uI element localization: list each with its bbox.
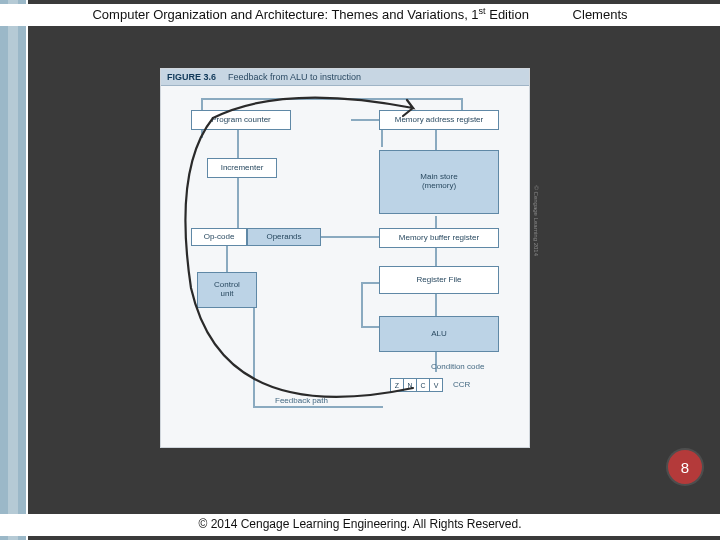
diagram-area: Program counter Memory address register … bbox=[161, 86, 529, 446]
box-operands: Operands bbox=[247, 228, 321, 246]
figure-number: FIGURE 3.6 bbox=[167, 72, 216, 82]
bus-line bbox=[361, 282, 381, 284]
box-memory-address-register: Memory address register bbox=[379, 110, 499, 130]
label-condition-code: Condition code bbox=[431, 362, 484, 371]
box-memory-buffer-register: Memory buffer register bbox=[379, 228, 499, 248]
bus-line bbox=[361, 282, 363, 326]
left-accent-stripe bbox=[0, 0, 28, 540]
edition-superscript: st bbox=[479, 6, 486, 16]
slide-header: Computer Organization and Architecture: … bbox=[0, 4, 720, 26]
author-name: Clements bbox=[573, 7, 628, 22]
ccr-flag-z: Z bbox=[390, 378, 404, 392]
ccr-flag-v: V bbox=[429, 378, 443, 392]
bus-line bbox=[237, 130, 239, 160]
figure-caption: Feedback from ALU to instruction bbox=[228, 72, 361, 82]
bus-line bbox=[435, 130, 437, 152]
bus-line bbox=[253, 406, 383, 408]
label-ccr: CCR bbox=[453, 380, 470, 389]
left-accent-stripe-inner bbox=[8, 0, 18, 540]
bus-line bbox=[435, 248, 437, 268]
ccr-flags: Z N C V bbox=[391, 378, 443, 392]
diagram-copyright: © Cengage Learning 2014 bbox=[533, 186, 539, 256]
bus-line bbox=[321, 236, 381, 238]
book-title-prefix: Computer Organization and Architecture: … bbox=[92, 7, 478, 22]
box-incrementer: Incrementer bbox=[207, 158, 277, 178]
page-number: 8 bbox=[681, 459, 689, 476]
book-title-suffix: Edition bbox=[486, 7, 529, 22]
bus-line bbox=[435, 294, 437, 318]
bus-line bbox=[237, 178, 239, 230]
box-alu: ALU bbox=[379, 316, 499, 352]
slide-footer: © 2014 Cengage Learning Engineering. All… bbox=[0, 514, 720, 536]
box-control-unit: Control unit bbox=[197, 272, 257, 308]
box-program-counter: Program counter bbox=[191, 110, 291, 130]
page-number-badge: 8 bbox=[668, 450, 702, 484]
ccr-flag-c: C bbox=[416, 378, 430, 392]
figure-container: FIGURE 3.6 Feedback from ALU to instruct… bbox=[160, 68, 530, 448]
figure-title-bar: FIGURE 3.6 Feedback from ALU to instruct… bbox=[161, 69, 529, 86]
box-op-code: Op-code bbox=[191, 228, 247, 246]
bus-line bbox=[226, 246, 228, 274]
footer-copyright: © 2014 Cengage Learning Engineering. All… bbox=[198, 517, 521, 531]
box-register-file: Register File bbox=[379, 266, 499, 294]
bus-line bbox=[351, 119, 381, 121]
box-main-store: Main store (memory) bbox=[379, 150, 499, 214]
bus-line bbox=[361, 326, 381, 328]
ccr-flag-n: N bbox=[403, 378, 417, 392]
bus-line bbox=[201, 98, 461, 100]
label-feedback-path: Feedback path bbox=[275, 396, 328, 405]
